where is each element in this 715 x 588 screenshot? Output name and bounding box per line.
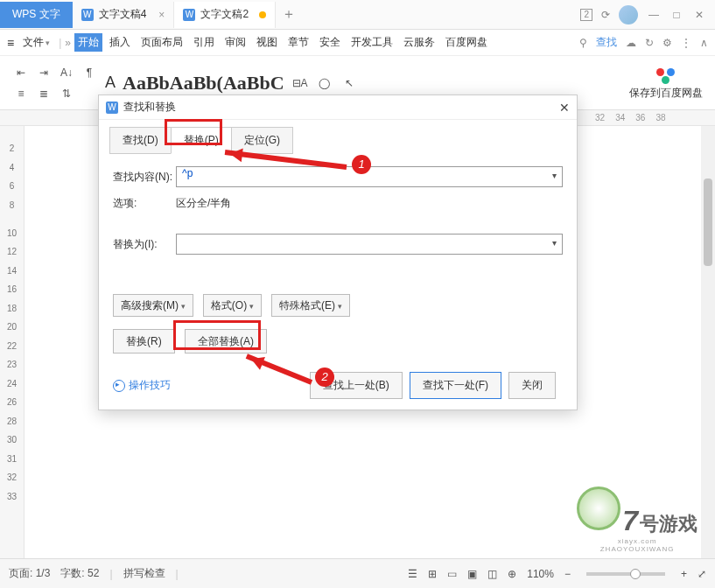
replace-button[interactable]: 替换(R) <box>113 329 175 354</box>
minimize-button[interactable]: — <box>647 9 661 21</box>
indent-left-icon[interactable]: ⇤ <box>12 64 30 81</box>
menu-layout[interactable]: 页面布局 <box>137 35 186 50</box>
menu-view[interactable]: 视图 <box>253 35 281 50</box>
chevron-right-icon[interactable]: » <box>65 37 71 49</box>
file-menu[interactable]: 文件 <box>18 35 55 50</box>
ruler-mark: 31 <box>7 454 17 464</box>
ruler-mark: 8 <box>10 200 15 210</box>
menu-start[interactable]: 开始 <box>74 33 102 52</box>
scrollbar-thumb[interactable] <box>704 178 712 266</box>
ruler-mark: 2 <box>10 144 15 153</box>
menu-baidu[interactable]: 百度网盘 <box>442 35 491 50</box>
zoom-value[interactable]: 110% <box>527 568 554 580</box>
new-tab-button[interactable]: ＋ <box>276 5 302 24</box>
close-tab-icon[interactable] <box>151 9 165 21</box>
maximize-button[interactable]: □ <box>669 9 683 21</box>
line-spacing-icon[interactable]: ⇅ <box>58 85 75 102</box>
font-drop-icon[interactable]: A <box>105 74 116 92</box>
zoom-slider[interactable] <box>586 572 665 576</box>
replace-with-input[interactable] <box>176 234 563 255</box>
ruler-mark: 16 <box>7 284 17 294</box>
ruler-mark: 10 <box>7 228 17 238</box>
menu-security[interactable]: 安全 <box>316 35 344 50</box>
ruler-mark: 6 <box>10 181 15 191</box>
watermark-url: xiayx.com <box>577 537 697 545</box>
settings-icon[interactable]: ⚙ <box>662 37 672 49</box>
sort-icon[interactable]: A↓ <box>58 64 75 81</box>
tab-find[interactable]: 查找(D) <box>109 127 172 154</box>
find-next-button[interactable]: 查找下一处(F) <box>410 372 501 399</box>
view-page-icon[interactable]: ▭ <box>447 568 457 580</box>
special-format-button[interactable]: 特殊格式(E) <box>271 294 350 317</box>
indent-right-icon[interactable]: ⇥ <box>35 64 53 81</box>
menu-chapter[interactable]: 章节 <box>284 35 312 50</box>
page-indicator[interactable]: 页面: 1/3 <box>9 566 50 581</box>
hamburger-icon[interactable]: ≡ <box>7 36 14 50</box>
sync-icon[interactable]: ⟳ <box>601 9 610 21</box>
zoom-fit-icon[interactable]: ⊕ <box>508 568 516 580</box>
menu-references[interactable]: 引用 <box>190 35 218 50</box>
more-icon[interactable]: ⋮ <box>681 37 691 49</box>
word-count[interactable]: 字数: 52 <box>60 566 99 581</box>
find-content-value: ^p <box>182 167 193 179</box>
scrollbar-vertical[interactable] <box>701 126 715 558</box>
ruler-mark: 32 <box>7 472 17 482</box>
ruler-mark: 33 <box>7 492 17 501</box>
close-dialog-button[interactable]: 关闭 <box>508 372 556 399</box>
sync2-icon[interactable]: ↻ <box>645 37 654 49</box>
search-icon: ⚲ <box>579 37 587 49</box>
document-tab-1[interactable]: W 文字文稿4 <box>73 2 175 28</box>
menu-cloud[interactable]: 云服务 <box>400 35 438 50</box>
ruler-mark: 36 <box>635 113 645 122</box>
advanced-search-button[interactable]: 高级搜索(M) <box>113 294 193 317</box>
notification-badge[interactable]: 2 <box>580 9 592 21</box>
ruler-vertical: 2 4 6 8 10 12 14 16 18 20 22 23 24 26 28… <box>0 126 25 558</box>
menu-insert[interactable]: 插入 <box>106 35 134 50</box>
fullscreen-icon[interactable]: ⤢ <box>697 568 706 580</box>
doc-icon: W <box>81 9 94 21</box>
find-content-label: 查找内容(N): <box>113 170 176 185</box>
spellcheck-toggle[interactable]: 拼写检查 <box>123 566 165 581</box>
annotation-box-2 <box>173 320 261 350</box>
view-normal-icon[interactable]: ☰ <box>408 568 417 580</box>
titlebar: WPS 文字 W 文字文稿4 W 文字文稿2 ＋ 2 ⟳ — □ ✕ <box>0 0 715 30</box>
paragraph-icon[interactable]: ¶ <box>81 64 98 81</box>
close-window-button[interactable]: ✕ <box>692 9 706 21</box>
dialog-title: 查找和替换 <box>123 100 176 115</box>
baidu-save[interactable]: 保存到百度网盘 <box>629 65 703 101</box>
select-icon[interactable]: ↖ <box>340 74 358 92</box>
watermark-num: 7 <box>622 505 638 537</box>
zoom-in-button[interactable]: + <box>681 568 687 580</box>
menu-review[interactable]: 审阅 <box>221 35 249 50</box>
view-web-icon[interactable]: ◫ <box>487 568 497 580</box>
menubar: ≡ 文件 | » 开始 插入 页面布局 引用 审阅 视图 章节 安全 开发工具 … <box>0 30 715 56</box>
zoom-out-button[interactable]: − <box>564 568 571 580</box>
annotation-bubble-1: 1 <box>352 155 371 174</box>
dialog-icon: W <box>106 102 118 114</box>
tips-link[interactable]: 操作技巧 <box>113 378 171 393</box>
modified-indicator <box>259 11 266 18</box>
avatar[interactable] <box>619 5 638 24</box>
format-button[interactable]: 格式(O) <box>203 294 262 317</box>
view-read-icon[interactable]: ▣ <box>467 568 477 580</box>
ruler-mark: 20 <box>7 322 17 332</box>
text-tool-icon[interactable]: ⊟A <box>291 74 309 92</box>
expand-icon[interactable]: ∧ <box>700 37 708 49</box>
align-center-icon[interactable]: ≣ <box>35 85 53 102</box>
style-preview[interactable]: AaBbAaBb(AaBbC <box>123 72 284 94</box>
dialog-close-button[interactable] <box>559 101 570 115</box>
zoom-knob[interactable] <box>630 569 641 579</box>
align-left-icon[interactable]: ≡ <box>12 85 30 102</box>
document-tab-2[interactable]: W 文字文稿2 <box>174 2 276 28</box>
watermark-logo <box>577 486 620 530</box>
view-outline-icon[interactable]: ⊞ <box>428 568 437 580</box>
app-name-tab: WPS 文字 <box>0 2 73 28</box>
baidu-label: 保存到百度网盘 <box>629 86 703 101</box>
cloud-icon[interactable]: ☁ <box>626 37 636 49</box>
options-label: 选项: <box>113 196 176 211</box>
find-icon[interactable]: ◯ <box>316 74 333 92</box>
search-link[interactable]: 查找 <box>596 35 617 50</box>
menu-devtools[interactable]: 开发工具 <box>347 35 396 50</box>
annotation-box-1 <box>165 119 222 145</box>
tab-label: 文字文稿2 <box>200 7 249 22</box>
